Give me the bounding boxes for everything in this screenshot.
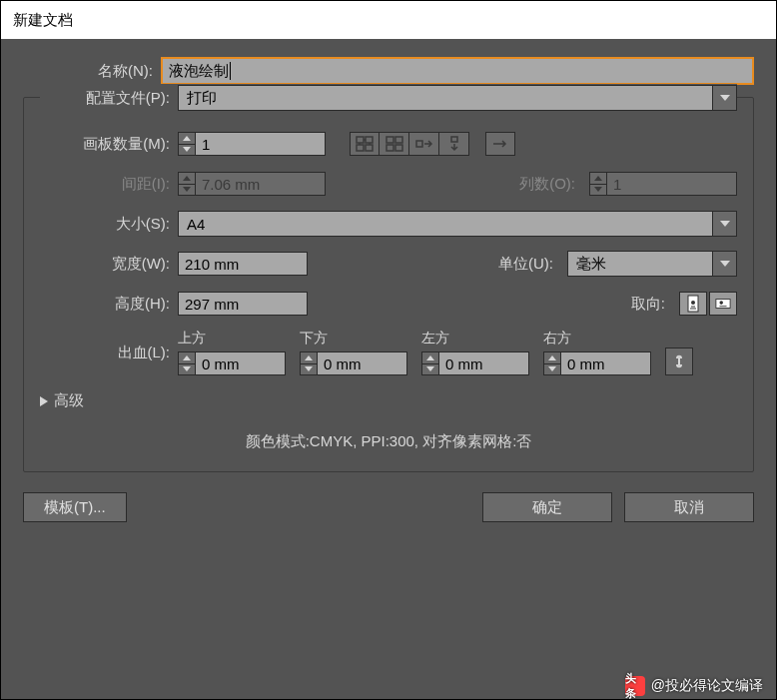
name-input[interactable]: 液泡绘制 [161, 57, 754, 85]
size-label: 大小(S): [40, 215, 178, 234]
mode-info: 颜色模式:CMYK, PPI:300, 对齐像素网格:否 [40, 432, 737, 451]
up-arrow-icon[interactable] [179, 133, 195, 145]
chevron-down-icon [713, 211, 737, 237]
triangle-right-icon [40, 396, 48, 406]
window-titlebar: 新建文档 [1, 1, 776, 39]
orientation-portrait-button[interactable] [679, 292, 707, 316]
svg-rect-8 [416, 141, 422, 147]
bleed-bottom-label: 下方 [300, 330, 407, 348]
svg-rect-3 [366, 145, 373, 151]
svg-rect-0 [357, 137, 364, 143]
height-label: 高度(H): [40, 295, 178, 314]
orientation-landscape-button[interactable] [709, 292, 737, 316]
name-label: 名称(N): [23, 62, 161, 81]
width-input[interactable]: 210 mm [178, 252, 308, 276]
artboards-spinner[interactable]: 1 [178, 132, 326, 156]
link-bleed-button[interactable] [665, 348, 693, 375]
profile-dropdown[interactable]: 打印 [178, 85, 737, 111]
orientation-label: 取向: [631, 295, 673, 314]
advanced-disclosure[interactable]: 高级 [40, 391, 737, 410]
bleed-right-label: 右方 [543, 330, 651, 348]
down-arrow-icon[interactable] [179, 145, 195, 156]
templates-button[interactable]: 模板(T)... [23, 492, 127, 522]
arrow-right-icon[interactable] [485, 132, 515, 156]
profile-label: 配置文件(P): [40, 89, 178, 108]
window-title: 新建文档 [13, 11, 73, 30]
watermark: 头条 @投必得论文编译 [625, 676, 763, 696]
watermark-text: @投必得论文编译 [651, 677, 763, 695]
grid-col-icon[interactable] [380, 132, 409, 156]
grid-row-icon[interactable] [350, 132, 380, 156]
bleed-left-spinner[interactable]: 0 mm [421, 351, 529, 375]
col-ttb-icon[interactable] [439, 132, 469, 156]
ok-button[interactable]: 确定 [482, 492, 612, 522]
svg-rect-6 [387, 145, 393, 151]
units-dropdown[interactable]: 毫米 [567, 251, 737, 277]
chevron-down-icon [713, 85, 737, 111]
svg-point-11 [691, 301, 695, 305]
bleed-label: 出血(L): [40, 344, 178, 362]
spacing-label: 间距(I): [40, 175, 178, 194]
svg-rect-4 [387, 137, 393, 143]
bleed-top-spinner[interactable]: 0 mm [178, 351, 286, 375]
artboards-label: 画板数量(M): [40, 135, 178, 154]
svg-rect-5 [395, 137, 402, 143]
svg-rect-7 [395, 145, 402, 151]
svg-rect-1 [366, 137, 373, 143]
bleed-left-label: 左方 [421, 330, 529, 348]
svg-point-13 [719, 301, 723, 305]
bleed-top-label: 上方 [178, 330, 286, 348]
width-label: 宽度(W): [40, 255, 178, 274]
bleed-right-spinner[interactable]: 0 mm [543, 351, 651, 375]
bleed-bottom-spinner[interactable]: 0 mm [300, 351, 407, 375]
svg-rect-9 [451, 137, 457, 142]
row-ltr-icon[interactable] [409, 132, 439, 156]
columns-spinner: 1 [589, 172, 737, 196]
watermark-logo: 头条 [625, 676, 645, 696]
units-label: 单位(U): [498, 255, 561, 274]
spacing-spinner: 7.06 mm [178, 172, 326, 196]
advanced-label: 高级 [54, 391, 84, 410]
size-dropdown[interactable]: A4 [178, 211, 737, 237]
chevron-down-icon [713, 251, 737, 277]
svg-rect-12 [716, 300, 730, 309]
columns-label: 列数(O): [519, 175, 583, 194]
height-input[interactable]: 297 mm [178, 292, 308, 316]
svg-rect-2 [357, 145, 364, 151]
cancel-button[interactable]: 取消 [624, 492, 754, 522]
